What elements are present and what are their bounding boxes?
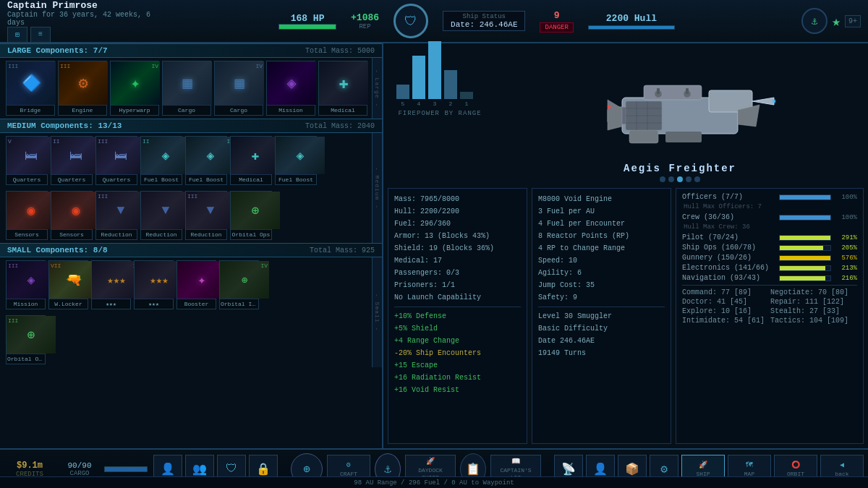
explore-row: Explore: 10 [16] [682, 307, 769, 315]
hull-bar [588, 25, 675, 30]
stars1-label: ★★★ [92, 299, 130, 309]
cargo1-img: ▦ [163, 61, 212, 105]
svg-point-11 [773, 100, 775, 103]
bridge-component[interactable]: III 🔷 Bridge [6, 61, 55, 116]
orbital-ops-small-label: Orbital Ops [7, 354, 45, 364]
stars1-component[interactable]: IV ★★★ ★★★ [91, 260, 131, 309]
navigation-bar [779, 275, 831, 281]
stat-fuel-per-encounter: 4 Fuel per Encounter [538, 218, 665, 230]
stat-mass: Mass: 7965/8000 [394, 193, 521, 205]
crew-col: Officers (7/7) 100% Hull Max Officers: 7… [676, 188, 864, 444]
sensors2-img: ◉ [51, 192, 101, 229]
officers-bar-fill [780, 195, 830, 200]
list-view-button[interactable]: ≡ [30, 27, 51, 43]
small-components-rows: III ◈ Mission VII 🔫 W.Locker [0, 257, 382, 367]
captain-name: Captain Primrose [7, 0, 152, 11]
status-bar: 98 AU Range / 296 Fuel / 0 AU to Waypoin… [0, 476, 868, 488]
top-right-icons: ⚓ ★ 9+ [801, 8, 861, 34]
officers-row: Officers (7/7) 100% [682, 193, 857, 201]
crew-label: Crew (36/36) [682, 213, 776, 221]
stat-defense: +10% Defense [394, 310, 521, 322]
cargo2-img: IV ▦ [215, 61, 264, 105]
hull-area: 2200 Hull [588, 13, 675, 30]
pilot-skill-row: Pilot (70/24) 291% [682, 234, 857, 241]
sensors2-label: Sensors [51, 229, 92, 239]
reduction1-component[interactable]: III ▼ Reduction [95, 191, 137, 240]
reduction3-label: Reduction [186, 229, 226, 239]
officers-label: Officers (7/7) [682, 193, 776, 201]
medium-section-title: MEDIUM Components: 13/13 [7, 121, 122, 130]
stat-prisoners: Prisoners: 1/1 [394, 279, 521, 291]
bar-label-1: 1 [465, 100, 469, 107]
quarters1-component[interactable]: V 🛏 Quarters [6, 136, 48, 185]
stars2-component[interactable]: ★★★ ★★★ [134, 260, 174, 309]
cargo2-label: Cargo [215, 105, 263, 115]
cargo-block: 90/90 CARGO [58, 461, 101, 477]
small-section-title: SMALL Components: 8/8 [7, 246, 108, 254]
ship-status-date: Date: 246.46AE [451, 20, 517, 29]
sensors2-component[interactable]: ◉ Sensors [51, 191, 93, 240]
reduction2-component[interactable]: ▼ Reduction [140, 191, 182, 240]
ship-icon: 🚀 [699, 461, 707, 469]
engine-component[interactable]: III ⚙ Engine [58, 61, 107, 116]
medium-row-1: V 🛏 Quarters II 🛏 Quarters [0, 133, 372, 188]
fuel1-component[interactable]: II ◈ Fuel Boost [140, 136, 182, 185]
fuel3-component[interactable]: ◈ Fuel Boost [275, 136, 317, 185]
bars-container: 5 4 3 2 1 [389, 49, 490, 107]
fuel2-img: IV ◈ [186, 137, 235, 174]
stat-rp-range: 4 RP to Change Range [538, 242, 665, 254]
shipops-skill-row: Ship Ops (160/78) 205% [682, 244, 857, 252]
hyperwarp-component[interactable]: IV ✦ Hyperwarp [110, 61, 159, 116]
small-mission-component[interactable]: III ◈ Mission [6, 260, 46, 309]
svg-marker-9 [608, 100, 622, 130]
repair-row: Repair: 111 [122] [770, 298, 857, 306]
bar-5: 5 [396, 85, 409, 107]
medical-med-component[interactable]: ✚ Medical [230, 136, 272, 185]
mission-large-img: ◈ [267, 61, 316, 105]
grid-view-button[interactable]: ⊞ [7, 27, 27, 43]
bar-3: 3 [428, 41, 441, 107]
orbital-ops-small-component[interactable]: III ⊕ Orbital Ops [6, 315, 46, 364]
bar-4: 4 [412, 56, 425, 107]
medical-large-label: Medical [319, 105, 367, 115]
crew-row: Crew (36/36) 100% [682, 213, 857, 221]
svg-rect-3 [644, 85, 702, 100]
mission-large-component[interactable]: ◈ Mission [266, 61, 315, 116]
shipops-bar [779, 245, 831, 251]
gunnery-skill-row: Gunnery (150/26) 576% [682, 254, 857, 262]
medium-section-mass: Total Mass: 2040 [305, 122, 375, 130]
quarters2-component[interactable]: II 🛏 Quarters [51, 136, 93, 185]
shield-icon: 🛡 [393, 4, 428, 38]
intimidate-name: Intimidate: 54 [61] [682, 317, 765, 325]
sensors1-component[interactable]: ◉ Sensors [6, 191, 48, 240]
quarters3-component[interactable]: III 🛏 Quarters [95, 136, 137, 185]
wlocker-component[interactable]: VII 🔫 W.Locker [48, 260, 88, 309]
officers-sub: Hull Max Officers: 7 [684, 203, 857, 210]
small-section: SMALL Components: 8/8 Total Mass: 925 II… [0, 243, 382, 367]
mission-large-label: Mission [267, 105, 315, 115]
stat-safety: Safety: 9 [538, 291, 665, 304]
reduction3-component[interactable]: III ▼ Reduction [185, 191, 227, 240]
pilot-icon[interactable]: ⚓ [801, 8, 827, 34]
stats-area: Mass: 7965/8000 Hull: 2200/2200 Fuel: 29… [383, 188, 868, 448]
booster-component[interactable]: IV ✦ Booster [176, 260, 216, 309]
medium-components-wrapper: V 🛏 Quarters II 🛏 Quarters [0, 133, 382, 243]
ship-svg [564, 58, 796, 174]
fuel3-img: ◈ [276, 137, 325, 174]
cargo2-component[interactable]: IV ▦ Cargo [214, 61, 263, 116]
cargo1-component[interactable]: ▦ Cargo [162, 61, 211, 116]
ship-stats-left-col: Mass: 7965/8000 Hull: 2200/2200 Fuel: 29… [388, 188, 527, 444]
orbital-inte-component[interactable]: IV ⊕ Orbital Inte [219, 260, 259, 309]
back-icon: ◀ [840, 461, 844, 469]
hp-stat: 168 HP [278, 13, 336, 30]
tactics-name: Tactics: 104 [109] [770, 317, 848, 325]
fuel2-component[interactable]: IV ◈ Fuel Boost [185, 136, 227, 185]
svg-rect-14 [657, 88, 660, 94]
medical-large-component[interactable]: ✚ Medical [318, 61, 367, 116]
orbital-med-component[interactable]: ⊕ Orbital Ops [230, 191, 272, 240]
stat-difficulty: Basic Difficulty [538, 322, 665, 335]
intimidate-row: Intimidate: 54 [61] [682, 317, 769, 325]
firepower-title: FIREPOWER BY RANGE [389, 110, 490, 117]
svg-marker-2 [752, 98, 774, 105]
separator-3 [682, 285, 857, 286]
